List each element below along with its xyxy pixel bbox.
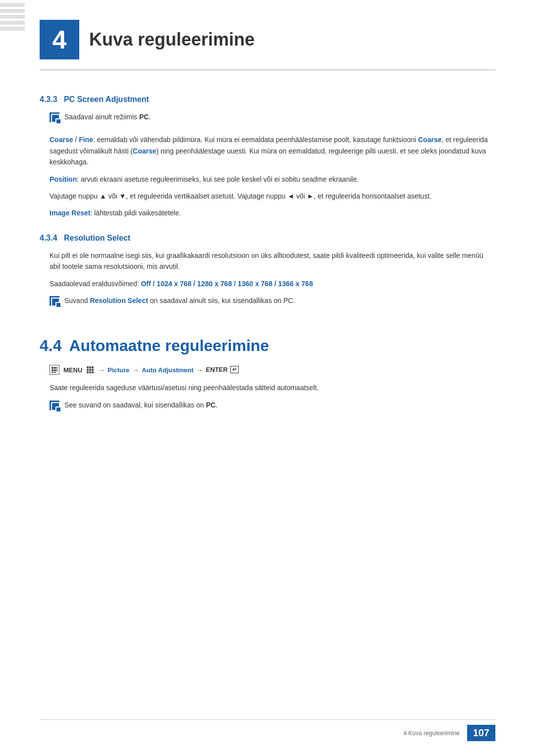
section-44-block: 4.4 Automaatne reguleerimine [40, 337, 495, 416]
page-footer: 4 Kuva reguleerimine 107 [40, 719, 495, 741]
svg-rect-9 [54, 369, 56, 371]
note-44-start: See suvand on saadaval, kui sisendallika… [64, 401, 204, 409]
section-44-number: 4.4 [40, 337, 61, 355]
coarse-label-3: Coarse [133, 147, 156, 155]
section-433-title: PC Screen Adjustment [64, 95, 149, 103]
note-433-1: Saadaval ainult režiimis PC. [50, 111, 495, 128]
image-reset-paragraph: Image Reset: lähtestab pildi vaikesätete… [50, 207, 495, 218]
section-434-id: 4.3.4 [40, 234, 57, 242]
section-434-block: 4.3.4 Resolution Select Kui pilt ei ole … [40, 234, 495, 312]
svg-rect-12 [54, 372, 56, 373]
menu-grid-icon [51, 366, 58, 373]
section-433-content: Saadaval ainult režiimis PC. Coarse / Fi… [40, 111, 495, 219]
note-434-end: on saadaval ainult siis, kui sisendallik… [150, 297, 295, 304]
menu-label: MENU [63, 366, 82, 374]
resolution-label: Saadaolevad eraldusvõimed: [50, 280, 139, 288]
res3-option: 1360 x 768 [238, 280, 272, 288]
section-434-header: 4.3.4 Resolution Select [40, 234, 495, 243]
position-paragraph-1: Position: arvuti ekraani asetuse regulee… [50, 174, 495, 185]
chapter-number-box: 4 [40, 20, 79, 59]
image-reset-label: Image Reset [50, 209, 90, 217]
coarse-fine-text1: : eemaldab või vähendab pildimüra. Kui m… [93, 136, 418, 144]
coarse-label-1: Coarse [50, 136, 73, 144]
stripe-svg [0, 0, 30, 54]
menu-path: MENU → Picture → Auto Adjustment → [50, 365, 495, 375]
enter-icon: ↵ [230, 366, 239, 373]
menu-squares-icon [87, 366, 94, 373]
menu-box-icon [50, 365, 59, 375]
footer-chapter-text: 4 Kuva reguleerimine [403, 730, 459, 737]
page-container: 4 Kuva reguleerimine 4.3.3 PC Screen Adj… [0, 0, 535, 756]
chapter-header: 4 Kuva reguleerimine [40, 20, 495, 70]
note-434-text: Suvand Resolution Select on saadaval ain… [64, 295, 295, 306]
image-reset-text: : lähtestab pildi vaikesätetele. [90, 209, 181, 217]
resolution-options-paragraph: Saadaolevad eraldusvõimed: Off / 1024 x … [50, 278, 495, 289]
note-434-1: Suvand Resolution Select on saadaval ain… [50, 295, 495, 312]
section-44-header: 4.4 Automaatne reguleerimine [40, 337, 495, 355]
position-label: Position [50, 175, 77, 183]
section-434-title: Resolution Select [64, 234, 130, 242]
section-434-content: Kui pilt ei ole normaalne isegi siis, ku… [40, 250, 495, 312]
resolution-select-paragraph: Kui pilt ei ole normaalne isegi siis, ku… [50, 250, 495, 272]
picture-label: Picture [107, 366, 129, 374]
section-44-content: MENU → Picture → Auto Adjustment → [40, 365, 495, 416]
arrow-2: → [132, 366, 139, 374]
auto-adjustment-label: Auto Adjustment [142, 366, 193, 374]
note-44-1: See suvand on saadaval, kui sisendallika… [50, 400, 495, 416]
res2-option: 1280 x 768 [197, 280, 232, 288]
note-44-text: See suvand on saadaval, kui sisendallika… [64, 400, 217, 410]
page-decoration [0, 0, 30, 54]
section-433-header: 4.3.3 PC Screen Adjustment [40, 95, 495, 104]
svg-rect-8 [52, 369, 54, 371]
position-text1: : arvuti ekraani asetuse reguleerimiseks… [77, 175, 359, 183]
chapter-title: Kuva reguleerimine [89, 29, 255, 50]
arrow-3: → [197, 366, 203, 374]
enter-label: ENTER ↵ [206, 366, 239, 374]
fine-label: Fine [79, 136, 93, 144]
section-44-title: Automaatne reguleerimine [69, 337, 269, 355]
svg-rect-11 [52, 372, 54, 373]
note-icon-2 [50, 296, 59, 306]
coarse-fine-paragraph: Coarse / Fine: eemaldab või vähendab pil… [50, 134, 495, 167]
coarse-label-2: Coarse [418, 136, 441, 144]
section-433-id: 4.3.3 [40, 95, 57, 103]
note-434-bold: Resolution Select [90, 297, 148, 304]
position-paragraph-2: Vajutage nuppu ▲ või ▼, et reguleerida v… [50, 191, 495, 202]
res4-option: 1366 x 768 [278, 280, 313, 288]
separator-2: / [193, 280, 197, 288]
section-44-paragraph: Saate reguleerida sageduse väärtusi/aset… [50, 382, 495, 393]
section-433-block: 4.3.3 PC Screen Adjustment Saadaval ainu… [40, 95, 495, 219]
off-option: Off [141, 280, 151, 288]
note-434-start: Suvand [64, 297, 88, 304]
svg-rect-10 [56, 369, 57, 371]
note-44-pc: PC [206, 401, 215, 409]
resolution-options: Off / 1024 x 768 / 1280 x 768 / 1360 x 7… [141, 280, 313, 288]
note-icon-3 [50, 401, 59, 410]
separator-4: / [274, 280, 278, 288]
footer-page-number: 107 [467, 725, 495, 741]
svg-rect-5 [52, 367, 54, 369]
note-icon-1 [50, 112, 59, 122]
svg-rect-6 [54, 367, 56, 369]
note-433-1-text: Saadaval ainult režiimis PC. [64, 111, 151, 122]
chapter-number: 4 [53, 25, 67, 54]
arrow-1: → [98, 366, 105, 374]
separator-3: / [234, 280, 238, 288]
svg-rect-7 [56, 367, 57, 369]
res1-option: 1024 x 768 [157, 280, 191, 288]
